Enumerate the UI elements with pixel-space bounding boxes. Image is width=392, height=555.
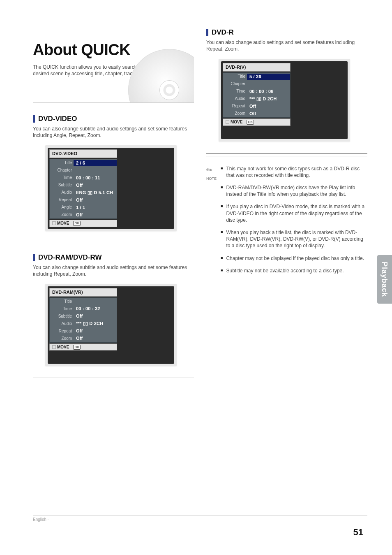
page-number: 51 [353,526,363,539]
osd-row-label: Audio [50,321,74,327]
divider [33,378,194,378]
osd-row-label: Repeat [50,328,74,334]
osd-row-value: Off [74,212,117,218]
osd-row-label: Chapter [50,167,74,173]
osd-row-value: ENG ▯▯ D 5.1 CH [74,190,117,196]
divider [206,153,367,153]
osd-row-label: Audio [223,96,247,102]
notes-block: ✎ NOTE This may not work for some disc t… [206,165,367,280]
osd-row-value: 5 / 36 [247,74,290,80]
osd-row-value: Off [74,182,117,188]
osd-footer-ok: OK [73,345,81,350]
divider-light [206,289,367,289]
osd-row-label: Zoom [50,212,74,218]
osd-footer-move: MOVE [231,119,242,125]
osd-row-label: Title [50,160,74,166]
section-heading-dvd-ram-rw: DVD-RAM/DVD-RW [33,253,194,262]
note-item: This may not work for some disc types su… [221,165,367,179]
osd-row-value: *** ▯▯ D 2CH [74,320,117,327]
osd-row-value: 00 : 00 : 11 [74,175,117,181]
osd-row-label: Subtitle [50,182,74,188]
osd-row-label: Subtitle [50,313,74,319]
osd-row-label: Zoom [223,111,247,116]
section-desc: You can also change subtitle and audio s… [33,125,194,139]
osd-footer: MOVE OK [223,118,291,126]
osd-row-label: Repeat [223,103,247,109]
osd-footer: MOVE OK [49,220,117,227]
section-desc: You can also change subtitle and audio s… [33,264,194,277]
pencil-icon: ✎ [204,165,215,176]
osd-row-label: Title [223,74,247,79]
osd-row-value: 00 : 00 : 32 [74,306,117,312]
page-footer: English - [33,515,367,522]
osd-row-label: Time [50,175,74,181]
osd-row-label: Chapter [223,81,247,87]
osd-row-label: Angle [50,204,74,210]
side-tab-playback: Playback [377,255,392,304]
osd-row-value: Off [247,111,290,117]
osd-row-label: Time [50,306,74,312]
osd-row-value: 2 / 6 [74,160,117,166]
divider-light [206,156,367,156]
hero-block: About QUICK The QUICK function allows yo… [33,25,194,103]
osd-footer-move: MOVE [57,344,69,350]
osd-footer-ok: OK [247,120,254,125]
section-heading-dvd-r: DVD-R [206,28,367,37]
osd-row-label: Time [223,88,247,94]
note-item: Chapter may not be displayed if the play… [221,255,367,262]
note-item: If you play a disc in DVD-Video mode, th… [221,203,367,223]
osd-row-label: Zoom [50,336,74,341]
osd-row-value: Off [74,335,117,341]
osd-dvd-r: DVD-R(V) Title5 / 36 Chapter Time00 : 00… [219,59,350,141]
osd-footer: MOVE OK [49,344,117,351]
osd-row-value: Off [247,103,290,109]
note-list: This may not work for some disc types su… [221,165,367,280]
osd-row-value: 00 : 00 : 08 [247,88,290,95]
osd-disc-label: DVD-R(V) [223,63,291,72]
osd-row-value: Off [74,328,117,334]
osd-footer-move: MOVE [57,221,69,226]
footer-text: English - [33,517,367,522]
section-heading-label: DVD-VIDEO [38,114,77,124]
osd-row-value: 1 / 1 [74,204,117,211]
osd-row-label: Title [50,299,74,304]
section-heading-label: DVD-R [212,28,234,37]
section-heading-dvd-video: DVD-VIDEO [33,114,194,124]
osd-row-value: *** ▯▯ D 2CH [247,96,290,102]
osd-disc-label: DVD-VIDEO [49,149,117,158]
note-item: DVD-RAM/DVD-RW(VR mode) discs have the P… [221,184,367,197]
note-icon: ✎ NOTE [206,165,217,280]
note-label: NOTE [206,176,217,181]
section-desc: You can also change audio settings and s… [206,39,367,52]
note-item: When you play back a title list, the dis… [221,229,367,249]
osd-row-label: Repeat [50,197,74,203]
osd-dvd-video: DVD-VIDEO Title2 / 6 Chapter Time00 : 00… [45,145,177,231]
osd-row-value: Off [74,313,117,319]
divider [33,243,194,243]
osd-row-label: Audio [50,190,74,195]
note-item: Subtitle may not be available according … [221,267,367,274]
osd-footer-ok: OK [73,221,81,226]
osd-disc-label: DVD-RAM(VR) [49,288,117,297]
osd-row-value: Off [74,197,117,203]
osd-dvd-ram: DVD-RAM(VR) Title Time00 : 00 : 32 Subti… [45,284,177,366]
section-heading-label: DVD-RAM/DVD-RW [38,253,102,262]
